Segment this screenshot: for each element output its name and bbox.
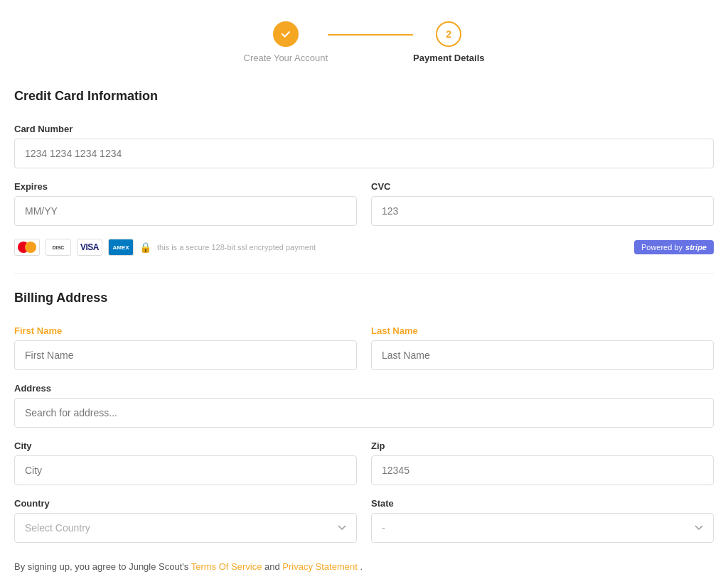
- city-label: City: [14, 440, 357, 451]
- amex-icon: AMEX: [108, 239, 134, 256]
- step-1-label: Create Your Account: [244, 53, 328, 63]
- card-number-label: Card Number: [14, 124, 714, 134]
- city-input[interactable]: [14, 455, 357, 485]
- zip-label: Zip: [371, 440, 714, 451]
- privacy-statement-link[interactable]: Privacy Statement: [282, 561, 358, 572]
- state-group: State - Alabama California New York Texa…: [371, 498, 714, 543]
- country-label: Country: [14, 498, 357, 509]
- first-name-label: First Name: [14, 325, 357, 336]
- state-select[interactable]: - Alabama California New York Texas: [371, 513, 714, 543]
- payment-icons-row: DISC VISA AMEX 🔒 this is a secure 128-bi…: [14, 239, 714, 256]
- city-group: City: [14, 440, 357, 485]
- address-label: Address: [14, 383, 714, 394]
- step-2-circle: 2: [436, 21, 461, 47]
- zip-input[interactable]: [371, 455, 714, 485]
- terms-of-service-link[interactable]: Terms Of Service: [191, 561, 262, 572]
- stepper: Create Your Account 2 Payment Details: [14, 21, 714, 63]
- state-label: State: [371, 498, 714, 509]
- section-divider: [14, 273, 714, 274]
- stripe-brand-label: stripe: [685, 243, 707, 252]
- card-number-input[interactable]: [14, 139, 714, 168]
- address-group: Address: [14, 383, 714, 428]
- step-2: 2 Payment Details: [413, 21, 484, 63]
- billing-title: Billing Address: [14, 291, 714, 311]
- secure-text: this is a secure 128-bit ssl encrypted p…: [157, 243, 316, 252]
- country-select[interactable]: Select Country United States Canada Unit…: [14, 513, 357, 543]
- last-name-label: Last Name: [371, 325, 714, 336]
- cvc-label: CVC: [371, 181, 714, 192]
- card-number-group: Card Number: [14, 124, 714, 168]
- expires-input[interactable]: [14, 196, 357, 226]
- terms-suffix: .: [360, 561, 363, 572]
- expires-group: Expires: [14, 181, 357, 226]
- first-name-group: First Name: [14, 325, 357, 370]
- discover-icon: DISC: [46, 239, 71, 256]
- terms-text: By signing up, you agree to Jungle Scout…: [14, 561, 714, 572]
- cvc-group: CVC: [371, 181, 714, 226]
- cvc-input[interactable]: [371, 196, 714, 226]
- step-1: Create Your Account: [244, 21, 328, 63]
- stripe-badge: Powered by stripe: [634, 240, 714, 254]
- credit-card-title: Credit Card Information: [14, 89, 714, 109]
- last-name-input[interactable]: [371, 340, 714, 370]
- terms-middle: and: [264, 561, 282, 572]
- expires-label: Expires: [14, 181, 357, 192]
- zip-group: Zip: [371, 440, 714, 485]
- first-name-input[interactable]: [14, 340, 357, 370]
- lock-icon: 🔒: [139, 242, 151, 253]
- credit-card-section: Credit Card Information Card Number Expi…: [14, 89, 714, 256]
- country-group: Country Select Country United States Can…: [14, 498, 357, 543]
- address-input[interactable]: [14, 398, 714, 428]
- step-2-label: Payment Details: [413, 53, 484, 63]
- mastercard-icon: [14, 239, 40, 256]
- stripe-powered-by: Powered by: [641, 243, 682, 252]
- step-connector: [328, 34, 413, 36]
- last-name-group: Last Name: [371, 325, 714, 370]
- terms-prefix: By signing up, you agree to Jungle Scout…: [14, 561, 191, 572]
- step-1-circle: [273, 21, 299, 47]
- billing-section: Billing Address First Name Last Name Add…: [14, 291, 714, 556]
- visa-icon: VISA: [77, 239, 102, 256]
